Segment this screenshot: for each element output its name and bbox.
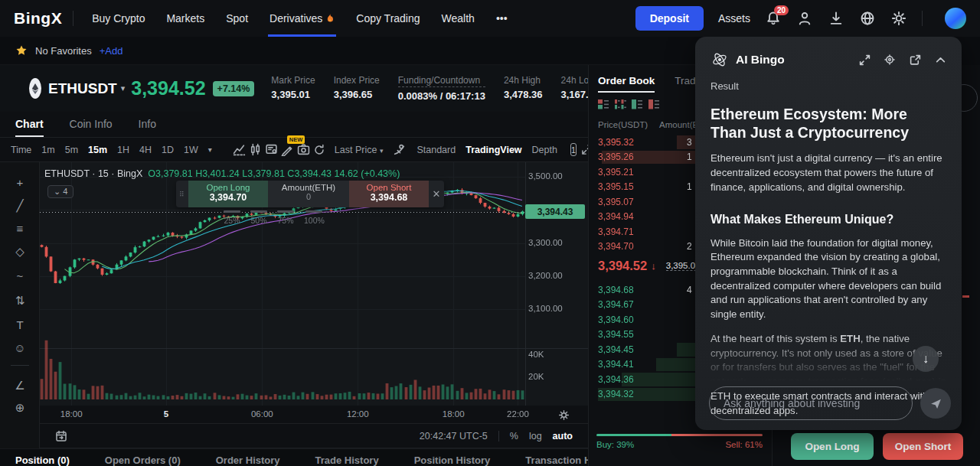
ai-input-row xyxy=(709,386,951,421)
add-favorite-link[interactable]: +Add xyxy=(100,45,123,57)
nav-item-buy-crypto[interactable]: Buy Crypto xyxy=(81,0,155,37)
interval-1h[interactable]: 1H xyxy=(117,145,129,155)
indicators-icon[interactable] xyxy=(233,142,246,158)
interval-1m[interactable]: 1m xyxy=(41,145,54,155)
symbol-selector[interactable]: ETHUSDT xyxy=(48,80,117,97)
interval-more-caret-icon[interactable]: ▾ xyxy=(208,145,212,154)
settings-icon[interactable] xyxy=(884,54,896,66)
ai-article-heading: Ethereum Ecosystem: More Than Just a Cry… xyxy=(710,105,946,142)
emoji-tool-icon[interactable]: ☺ xyxy=(0,341,40,355)
ai-paragraph: Ethereum isn't just a digital currency —… xyxy=(710,152,946,194)
mode-depth[interactable]: Depth xyxy=(532,145,557,155)
nav-item-wealth[interactable]: Wealth xyxy=(431,0,485,37)
interval-4h[interactable]: 4H xyxy=(139,145,152,155)
percent-tick[interactable] xyxy=(250,210,267,213)
expand-icon[interactable] xyxy=(858,54,871,66)
brush-icon[interactable]: ~ xyxy=(0,269,40,283)
nav-item-markets[interactable]: Markets xyxy=(155,0,215,37)
trendline-icon[interactable]: ╱ xyxy=(0,199,40,213)
notifications-bell-icon[interactable]: 20 xyxy=(765,10,782,27)
tab-coin-info[interactable]: Coin Info xyxy=(70,118,113,137)
bottom-tab-order-history[interactable]: Order History xyxy=(216,455,280,466)
position-tool-icon[interactable]: ⇅ xyxy=(0,294,40,308)
percent-tick[interactable] xyxy=(224,210,240,213)
language-globe-icon[interactable] xyxy=(859,10,876,27)
screenshot-camera-icon[interactable] xyxy=(297,142,310,158)
tab-chart[interactable]: Chart xyxy=(15,118,44,137)
deposit-button[interactable]: Deposit xyxy=(635,6,704,31)
nav-item-derivatives[interactable]: Derivatives xyxy=(259,0,345,37)
percent-mark-25[interactable]: 25% xyxy=(224,210,240,225)
go-to-date-icon[interactable] xyxy=(52,428,70,445)
book-default-icon[interactable] xyxy=(598,99,609,112)
interval-5m[interactable]: 5m xyxy=(65,145,78,155)
tab-info[interactable]: Info xyxy=(139,118,156,137)
scroll-down-button[interactable]: ↓ xyxy=(913,346,939,372)
widget-open-long-button[interactable]: Open Long 3,394.70 xyxy=(188,181,268,207)
percent-scale-button[interactable]: % xyxy=(510,431,518,442)
interval-1d[interactable]: 1D xyxy=(162,145,174,155)
star-icon[interactable] xyxy=(15,44,28,57)
log-scale-button[interactable]: log xyxy=(529,431,542,442)
open-in-window-icon[interactable] xyxy=(909,54,921,66)
hidden-control-fragment xyxy=(962,295,969,298)
trade-marker-icon[interactable] xyxy=(393,142,406,158)
widget-open-short-button[interactable]: Open Short 3,394.68 xyxy=(349,181,429,207)
send-button[interactable] xyxy=(920,388,951,419)
open-short-button[interactable]: Open Short xyxy=(883,433,963,460)
candle-style-icon[interactable] xyxy=(249,142,262,158)
bottom-tab-trade-history[interactable]: Trade History xyxy=(315,455,379,466)
assets-link[interactable]: Assets xyxy=(718,12,750,24)
book-buy-only-icon[interactable] xyxy=(632,99,643,112)
nav-item-more[interactable]: ••• xyxy=(485,0,518,37)
chart-toolbar: Time 1m5m15m1H4H1D1W ▾ NEW Last Price ▾ … xyxy=(0,138,588,162)
interval-1w[interactable]: 1W xyxy=(184,145,198,155)
drawing-tools-icon[interactable]: NEW xyxy=(281,142,294,158)
axis-settings-gear-icon[interactable] xyxy=(554,406,573,423)
bingx-logo[interactable]: BingX xyxy=(14,9,62,28)
bottom-tab-position-history[interactable]: Position History xyxy=(414,455,491,466)
collapse-chevron-icon[interactable] xyxy=(934,54,946,66)
open-long-button[interactable]: Open Long xyxy=(791,433,874,460)
volume-axis-label: 20K xyxy=(528,372,544,381)
user-avatar[interactable] xyxy=(945,8,966,29)
fib-retracement-icon[interactable]: ≡ xyxy=(0,222,40,236)
bottom-tab-open-orders-0[interactable]: Open Orders (0) xyxy=(105,455,181,466)
download-app-icon[interactable] xyxy=(828,10,844,27)
buy-sell-ratio: Buy: 39% Sell: 61% xyxy=(589,434,770,449)
chart-settings-icon[interactable] xyxy=(265,142,278,158)
book-split-icon[interactable] xyxy=(615,99,626,112)
legend-collapse-chip[interactable]: ⌄ 4 xyxy=(47,185,74,198)
text-tool-icon[interactable]: T xyxy=(0,318,40,332)
ruler-icon[interactable]: ∠ xyxy=(0,379,40,393)
percent-label: 100% xyxy=(304,216,325,225)
chevron-down-icon[interactable]: ▾ xyxy=(121,83,126,93)
widget-amount-field[interactable]: Amount(ETH) 0 xyxy=(268,181,349,207)
theme-toggle-icon[interactable] xyxy=(890,10,907,27)
refresh-icon[interactable] xyxy=(313,142,325,158)
nav-item-copy-trading[interactable]: Copy Trading xyxy=(345,0,430,37)
percent-mark-100[interactable]: 100% xyxy=(304,210,325,225)
price-type-dropdown[interactable]: Last Price ▾ xyxy=(335,145,384,155)
ai-question-input[interactable] xyxy=(709,386,913,420)
nav-item-spot[interactable]: Spot xyxy=(215,0,259,37)
crosshair-icon[interactable]: + xyxy=(0,176,40,190)
percent-tick[interactable] xyxy=(277,210,294,213)
account-icon[interactable] xyxy=(796,10,813,27)
bottom-tab-position-0[interactable]: Position (0) xyxy=(15,455,70,466)
orderbook-tab-order-book[interactable]: Order Book xyxy=(598,75,655,93)
time-axis[interactable]: 18:00506:0012:0018:0022:00 xyxy=(0,406,588,424)
pattern-icon[interactable]: ◇ xyxy=(0,245,40,259)
percent-tick[interactable] xyxy=(305,210,322,213)
zoom-in-icon[interactable]: ⊕ xyxy=(0,401,40,415)
percent-mark-50[interactable]: 50% xyxy=(250,210,267,225)
percent-mark-75[interactable]: 75% xyxy=(277,210,294,225)
interval-15m[interactable]: 15m xyxy=(88,145,107,155)
mode-standard[interactable]: Standard xyxy=(416,145,456,155)
close-icon[interactable]: ✕ xyxy=(429,181,444,207)
auto-scale-button[interactable]: auto xyxy=(553,431,573,442)
mode-tradingview[interactable]: TradingView xyxy=(466,145,521,155)
book-sell-only-icon[interactable] xyxy=(648,99,660,112)
drag-handle-icon[interactable]: ⠿ xyxy=(176,181,188,207)
layout-selector[interactable]: 1 xyxy=(570,143,577,156)
